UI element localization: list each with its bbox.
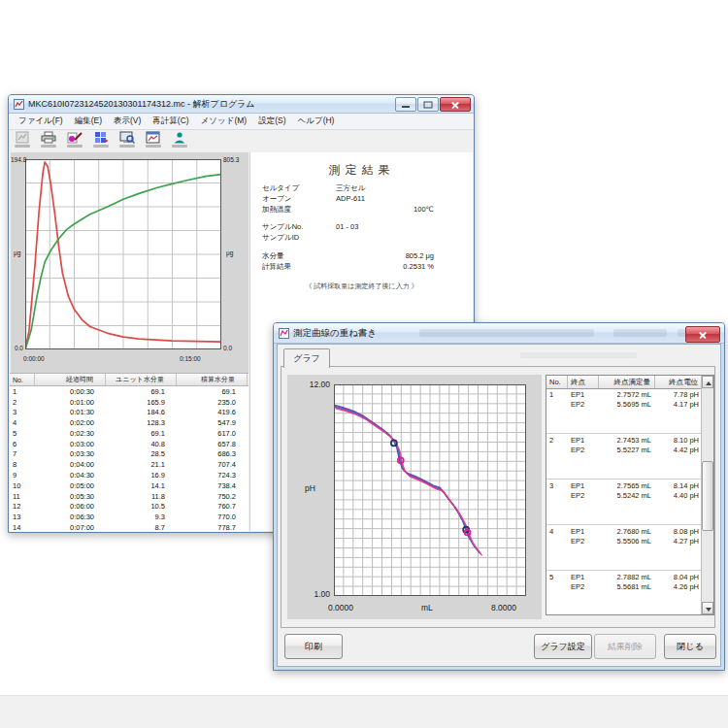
menu-item[interactable]: 設定(S) (252, 116, 291, 127)
table-row[interactable]: 40:02:00128.3547.9 (10, 417, 248, 428)
graph-settings-button[interactable]: グラフ設定 (534, 634, 592, 659)
column-header[interactable]: 積算水分量 (177, 374, 248, 385)
ep-result-group[interactable]: 3EP12.7565 mL8.14 pHEP25.5242 mL4.40 pH (546, 480, 703, 525)
menu-item[interactable]: ファイル(F) (13, 116, 69, 127)
print-button[interactable]: 印刷 (284, 634, 343, 659)
titration-chart (334, 384, 526, 596)
results-title: 測定結果 (250, 162, 473, 179)
endpoint-table[interactable]: No.終点終点滴定量終点電位 1EP12.7572 mL7.78 pHEP25.… (546, 375, 714, 615)
menu-item[interactable]: メソッド(M) (195, 116, 253, 127)
table-row[interactable]: 110:05:3011.8750.2 (10, 491, 248, 502)
table-cell: 1 (10, 387, 35, 396)
main-title-bar[interactable]: MKC610I0723124520130301174312.mc - 解析プログ… (9, 95, 474, 114)
ep-label: EP1 (568, 436, 599, 446)
table-cell: 128.3 (106, 418, 177, 427)
ep-label: EP1 (568, 390, 599, 400)
table-cell: 184.6 (106, 408, 177, 416)
menu-item[interactable]: ヘルプ(H) (292, 116, 341, 127)
table-row[interactable]: 20:01:00165.9235.0 (10, 397, 248, 408)
result-number: 1 (549, 390, 553, 399)
sample-icon[interactable] (63, 131, 86, 150)
ep-result-group[interactable]: 5EP12.7882 mL8.04 pHEP25.5681 mL4.26 pH (546, 571, 703, 614)
scrollbar-thumb[interactable] (702, 461, 713, 531)
ep-potential: 7.78 pH (655, 390, 703, 400)
overlay-close-button[interactable] (685, 326, 720, 343)
table-row[interactable]: 50:02:3069.1617.0 (10, 428, 248, 439)
report-icon[interactable] (11, 131, 34, 150)
ep-label: EP2 (568, 491, 599, 501)
cell-type-value: 三方セル (336, 183, 365, 193)
y-right-min-label: 0.0 (223, 345, 232, 351)
table-cell: 7 (10, 449, 35, 458)
table-cell: 0:03:00 (35, 440, 106, 448)
table-cell: 760.7 (177, 502, 248, 511)
table-cell: 4 (10, 418, 35, 427)
sample-no-value: 01 - 03 (336, 222, 358, 231)
table-row[interactable]: 70:03:3028.5686.3 (10, 449, 248, 460)
overlay-title-bar[interactable]: 測定曲線の重ね書き (274, 323, 724, 344)
table-row[interactable]: 90:04:3016.9724.3 (10, 470, 248, 480)
endpoint-table-scrollbar[interactable] (701, 376, 713, 614)
ep-potential: 4.40 pH (655, 491, 703, 501)
table-row[interactable]: 140:07:008.7778.7 (10, 522, 248, 533)
table-cell: 724.3 (177, 471, 248, 480)
column-header[interactable]: 終点電位 (655, 376, 703, 388)
column-header[interactable]: 経過時間 (35, 374, 106, 385)
ep-row: EP25.5695 mL4.17 pH (568, 400, 703, 410)
scroll-up-button[interactable] (702, 376, 713, 388)
result-number: 5 (549, 573, 553, 581)
table-row[interactable]: 30:01:30184.6419.6 (10, 408, 248, 418)
ep-potential: 8.10 pH (655, 436, 703, 446)
menu-item[interactable]: 表示(V) (108, 116, 147, 127)
y-right-max-label: 805.3 (223, 156, 239, 163)
ep-label: EP1 (568, 481, 599, 491)
column-header[interactable]: ユニット水分量 (106, 374, 177, 385)
table-row[interactable]: 120:06:0010.5760.7 (10, 501, 248, 512)
app-icon (14, 99, 24, 110)
table-row[interactable]: 130:06:309.3770.0 (10, 512, 248, 522)
column-header[interactable]: No. (10, 374, 35, 385)
result-number: 2 (549, 436, 553, 445)
arrow-up-icon (706, 381, 711, 385)
ep-result-group[interactable]: 4EP12.7680 mL8.08 pHEP25.5506 mL4.27 pH (546, 525, 703, 571)
cell-icon[interactable] (89, 131, 113, 150)
ep-volume: 2.7572 mL (599, 390, 655, 400)
table-cell: 750.2 (177, 492, 248, 501)
oven-label: オーブン (262, 194, 292, 204)
table-row[interactable]: 10:00:3069.169.1 (10, 386, 248, 397)
y-axis-title: pH (305, 483, 315, 493)
measurement-table[interactable]: No.経過時間ユニット水分量積算水分量 10:00:3069.169.120:0… (10, 373, 248, 532)
ep-label: EP1 (568, 573, 599, 582)
table-row[interactable]: 80:04:0021.1707.4 (10, 459, 248, 470)
print-icon[interactable] (37, 131, 60, 150)
menu-item[interactable]: 再計算(C) (147, 116, 194, 127)
close-button[interactable] (440, 97, 471, 112)
column-header[interactable]: No. (546, 376, 568, 388)
ep-result-group[interactable]: 2EP12.7453 mL8.10 pHEP25.5227 mL4.42 pH (546, 434, 703, 480)
table-cell: 14.1 (106, 481, 177, 490)
ep-result-group[interactable]: 1EP12.7572 mL7.78 pHEP25.5695 mL4.17 pH (546, 388, 703, 434)
maximize-button[interactable] (417, 97, 439, 112)
minimize-button[interactable] (395, 97, 416, 112)
column-header[interactable]: 終点 (568, 376, 599, 388)
table-cell: 0:02:00 (35, 418, 106, 427)
page-bottom-strip (0, 695, 728, 728)
table-cell: 0:06:00 (35, 502, 106, 511)
main-window-title: MKC610I0723124520130301174312.mc - 解析プログ… (28, 98, 255, 111)
table-cell: 11.8 (106, 492, 177, 501)
close-dialog-button[interactable]: 閉じる (664, 634, 716, 659)
table-row[interactable]: 60:03:0040.8657.8 (10, 439, 248, 449)
table-cell: 686.3 (177, 449, 248, 458)
menu-item[interactable]: 編集(E) (69, 116, 108, 127)
column-header[interactable]: 終点滴定量 (599, 376, 655, 388)
table-row[interactable]: 100:05:0014.1738.4 (10, 480, 248, 491)
ep-potential: 4.27 pH (655, 537, 703, 546)
endpoint-table-header: No.終点終点滴定量終点電位 (546, 376, 713, 389)
user-icon[interactable] (168, 131, 191, 150)
tab-graph[interactable]: グラフ (283, 348, 330, 368)
scroll-down-button[interactable] (702, 602, 713, 614)
remeasure-icon[interactable] (116, 131, 139, 150)
graph-icon[interactable] (142, 131, 165, 150)
delete-result-button: 結果削除 (594, 634, 656, 659)
ep-volume: 5.5242 mL (599, 491, 655, 501)
